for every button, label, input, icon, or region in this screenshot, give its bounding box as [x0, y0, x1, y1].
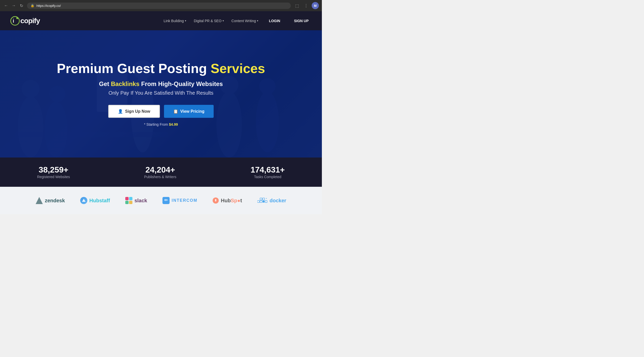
starting-price: $4.99: [169, 122, 178, 126]
slack-icon: [125, 197, 132, 204]
svg-rect-17: [165, 199, 166, 201]
svg-marker-15: [82, 199, 86, 202]
logos-bar: zendesk Hubstaff slack: [0, 187, 322, 214]
hero-content: Premium Guest Posting Services Get Backl…: [47, 41, 275, 147]
svg-point-2: [16, 17, 18, 19]
logo-text: copify: [20, 17, 40, 25]
stat-registered-websites: 38,259+ Registered Websites: [37, 165, 70, 179]
hubspot-icon: [213, 197, 219, 204]
svg-rect-28: [263, 198, 265, 200]
svg-rect-16: [165, 199, 165, 201]
profile-button[interactable]: M: [312, 2, 319, 9]
hubstaff-logo: Hubstaff: [80, 197, 110, 204]
svg-point-21: [215, 199, 216, 201]
nav-links: Link Building ▾ Digital PR & SEO ▾ Conte…: [164, 17, 312, 24]
hero-title-highlight: Services: [211, 61, 265, 76]
svg-rect-19: [167, 199, 168, 201]
website: i copify Link Building ▾ Digital PR & SE…: [0, 11, 322, 214]
chevron-down-icon: ▾: [185, 19, 186, 22]
intercom-logo: INTERCOM: [162, 197, 197, 204]
url-input[interactable]: [36, 4, 287, 8]
extensions-button[interactable]: ⬚: [293, 2, 300, 9]
browser-nav-buttons: ← → ↻: [3, 3, 24, 9]
stats-bar: 38,259+ Registered Websites 24,204+ Publ…: [0, 158, 322, 187]
svg-rect-25: [260, 201, 262, 203]
stat-number-websites: 38,259+: [37, 165, 70, 175]
hero-buttons: 👤 Sign Up Now 📋 View Pricing: [57, 105, 265, 118]
svg-rect-27: [260, 198, 262, 200]
stat-tasks-completed: 174,631+ Tasks Completed: [251, 165, 285, 179]
navbar: i copify Link Building ▾ Digital PR & SE…: [0, 11, 322, 30]
docker-logo: docker: [257, 197, 286, 204]
backlinks-highlight: Backlinks: [111, 80, 139, 87]
hubstaff-icon: [80, 197, 87, 204]
stat-label-publishers: Publishers & Writers: [144, 175, 176, 179]
docker-icon: [257, 197, 268, 204]
browser-chrome: ← → ↻ 🔒 ⬚ ⋮ M: [0, 0, 322, 11]
back-button[interactable]: ←: [3, 3, 9, 9]
stat-number-publishers: 24,204+: [144, 165, 176, 175]
intercom-icon: [162, 197, 170, 204]
svg-text:i: i: [13, 18, 14, 24]
svg-rect-26: [263, 201, 265, 203]
slack-logo: slack: [125, 197, 147, 204]
lock-icon: 🔒: [31, 4, 34, 7]
nav-link-building[interactable]: Link Building ▾: [164, 19, 186, 23]
hero-subtitle: Get Backlinks From High-Quality Websites: [57, 80, 265, 88]
nav-digital-pr-seo[interactable]: Digital PR & SEO ▾: [194, 19, 224, 23]
address-bar[interactable]: 🔒: [27, 3, 291, 9]
hubspot-logo: HubSp●t: [213, 197, 242, 204]
zendesk-icon: [36, 197, 43, 204]
browser-menu-button[interactable]: ⋮: [303, 2, 310, 9]
login-button[interactable]: LOGIN: [266, 17, 283, 24]
svg-rect-18: [166, 199, 167, 201]
pricing-icon: 📋: [173, 109, 178, 114]
nav-content-writing[interactable]: Content Writing ▾: [231, 19, 258, 23]
chevron-down-icon: ▾: [257, 19, 258, 22]
stat-label-tasks: Tasks Completed: [254, 175, 281, 179]
stat-number-tasks: 174,631+: [251, 165, 285, 175]
signup-hero-button[interactable]: 👤 Sign Up Now: [108, 105, 160, 118]
logo[interactable]: i copify: [10, 16, 40, 26]
hero-tagline: Only Pay If You Are Satisfied With The R…: [57, 90, 265, 96]
svg-rect-29: [265, 201, 267, 203]
svg-rect-24: [257, 201, 259, 203]
stat-publishers-writers: 24,204+ Publishers & Writers: [144, 165, 176, 179]
hero-title: Premium Guest Posting Services: [57, 61, 265, 76]
reload-button[interactable]: ↻: [18, 3, 24, 9]
view-pricing-button[interactable]: 📋 View Pricing: [164, 105, 214, 118]
forward-button[interactable]: →: [11, 3, 17, 9]
zendesk-logo: zendesk: [36, 197, 65, 204]
logo-icon: i: [10, 16, 20, 26]
signup-icon: 👤: [118, 109, 123, 114]
hero-starting-from: * Starting From $4.99: [57, 122, 265, 126]
signup-nav-button[interactable]: SIGN UP: [291, 17, 312, 24]
stat-label-websites: Registered Websites: [37, 175, 70, 179]
chevron-down-icon: ▾: [223, 19, 224, 22]
hero-section: Premium Guest Posting Services Get Backl…: [0, 30, 322, 158]
browser-actions: ⬚ ⋮ M: [293, 2, 319, 9]
